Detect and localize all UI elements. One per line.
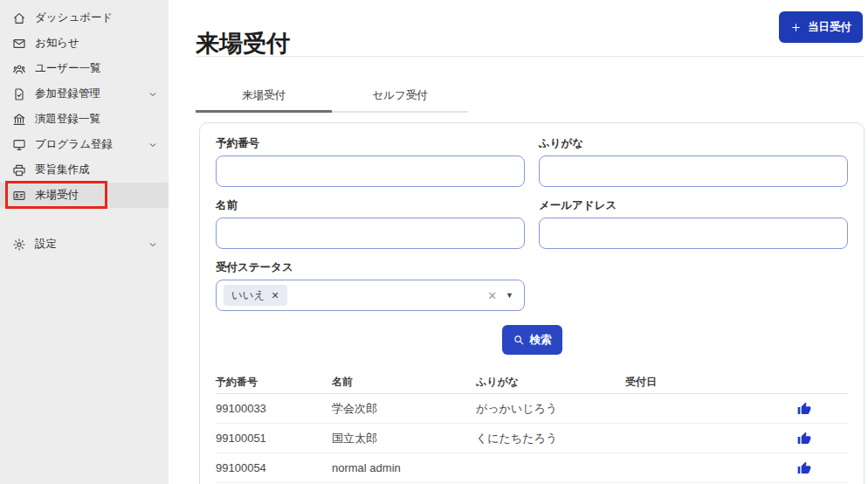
plus-icon: [790, 22, 802, 33]
cell-name: 国立太郎: [332, 431, 476, 446]
gear-icon: [12, 238, 26, 252]
cell-action: [761, 432, 848, 446]
reservation-number-label: 予約番号: [216, 137, 525, 150]
tab-self-reception[interactable]: セルフ受付: [332, 88, 468, 113]
printer-icon: [12, 163, 26, 177]
select-clear-icon[interactable]: ✕: [487, 290, 497, 301]
sidebar-item-label: ダッシュボード: [35, 10, 113, 25]
cell-furigana: がっかいじろう: [476, 401, 625, 417]
reception-card-icon: [12, 189, 26, 203]
bank-icon: [12, 113, 26, 127]
column-header-reservation-no: 予約番号: [216, 375, 332, 390]
results-table: 予約番号 名前 ふりがな 受付日 99100033 学会次郎 がっかいじろう: [216, 372, 848, 483]
reception-status-select[interactable]: いいえ ✕ ✕ ▼: [216, 280, 525, 311]
chevron-down-icon[interactable]: [148, 239, 158, 250]
cell-action: [761, 461, 848, 475]
status-chip: いいえ ✕: [224, 285, 287, 306]
email-label: メールアドレス: [539, 199, 848, 212]
table-header-row: 予約番号 名前 ふりがな 受付日: [216, 372, 848, 394]
name-input[interactable]: [216, 218, 525, 249]
email-input[interactable]: [539, 218, 848, 249]
reservation-number-field: 予約番号: [216, 137, 525, 187]
main-content: 来場受付 当日受付 来場受付 セルフ受付 予約番号 ふりがな 名前 メールアドレ…: [169, 0, 868, 484]
filter-card: 予約番号 ふりがな 名前 メールアドレス 受付ステータス いいえ: [199, 122, 865, 484]
sidebar-item-visitor-reception[interactable]: 来場受付: [0, 183, 169, 208]
cell-reservation-no: 99100051: [216, 432, 332, 445]
filter-form: 予約番号 ふりがな 名前 メールアドレス 受付ステータス いいえ: [216, 137, 848, 311]
furigana-input[interactable]: [539, 156, 848, 187]
sidebar-item-registration-management[interactable]: 参加登録管理: [0, 81, 169, 107]
table-row[interactable]: 99100033 学会次郎 がっかいじろう: [216, 394, 848, 424]
thumb-up-icon: [797, 402, 811, 416]
table-row[interactable]: 99100051 国立太郎 くにたちたろう: [216, 424, 848, 453]
cell-name: normal admin: [332, 461, 476, 474]
thumb-up-icon: [797, 461, 811, 475]
sidebar-item-label: プログラム登録: [35, 137, 113, 152]
cell-reservation-no: 99100054: [216, 461, 332, 474]
cell-action: [761, 402, 848, 416]
same-day-reception-button[interactable]: 当日受付: [779, 11, 863, 43]
sidebar-item-program-registration[interactable]: プログラム登録: [0, 132, 169, 157]
sidebar-item-label: ユーザー一覧: [35, 61, 101, 76]
sidebar-item-presentation-list[interactable]: 演題登録一覧: [0, 107, 169, 132]
sidebar-item-settings[interactable]: 設定: [0, 232, 169, 257]
check-in-thumb-button[interactable]: [797, 461, 811, 475]
select-caret-icon[interactable]: ▼: [504, 292, 513, 300]
chevron-down-icon[interactable]: [148, 140, 158, 150]
search-icon: [513, 334, 525, 346]
thumb-up-icon: [797, 432, 811, 446]
search-row: 検索: [216, 325, 848, 355]
tab-visitor-reception[interactable]: 来場受付: [196, 88, 332, 113]
form-grid-spacer: [539, 261, 848, 311]
status-chip-label: いいえ: [231, 288, 265, 303]
column-header-furigana: ふりがな: [476, 375, 625, 390]
column-header-name: 名前: [332, 375, 476, 390]
home-icon: [12, 11, 26, 25]
tab-bar: 来場受付 セルフ受付: [196, 88, 468, 113]
check-in-thumb-button[interactable]: [797, 402, 811, 416]
sidebar-item-users[interactable]: ユーザー一覧: [0, 56, 169, 81]
document-check-icon: [12, 87, 26, 101]
users-icon: [12, 62, 26, 76]
sidebar-item-dashboard[interactable]: ダッシュボード: [0, 5, 169, 31]
sidebar-item-label: 演題登録一覧: [35, 112, 100, 127]
sidebar-item-label: 設定: [35, 237, 57, 252]
cell-reservation-no: 99100033: [216, 402, 332, 415]
monitor-icon: [12, 138, 26, 152]
header-divider: [196, 56, 865, 57]
reservation-number-input[interactable]: [216, 156, 525, 187]
table-row[interactable]: 99100054 normal admin: [216, 453, 848, 483]
column-header-reception-date: 受付日: [625, 375, 761, 390]
sidebar-item-abstract-creation[interactable]: 要旨集作成: [0, 157, 169, 183]
page-title: 来場受付: [196, 28, 290, 59]
sidebar-item-label: 来場受付: [35, 188, 79, 203]
check-in-thumb-button[interactable]: [797, 432, 811, 446]
name-label: 名前: [216, 199, 525, 212]
chevron-down-icon[interactable]: [148, 89, 158, 100]
sidebar-item-label: 参加登録管理: [35, 86, 100, 101]
search-button[interactable]: 検索: [502, 325, 562, 355]
sidebar-item-label: お知らせ: [35, 36, 79, 51]
email-field: メールアドレス: [539, 199, 848, 249]
cell-name: 学会次郎: [332, 401, 476, 417]
sidebar-item-news[interactable]: お知らせ: [0, 31, 169, 56]
chip-remove-icon[interactable]: ✕: [271, 291, 279, 301]
sidebar: ダッシュボード お知らせ ユーザー一覧 参加登録管理 演題登録一覧 プログラム登…: [0, 0, 169, 484]
furigana-label: ふりがな: [539, 137, 848, 150]
cell-furigana: くにたちたろう: [476, 431, 625, 446]
sidebar-item-label: 要旨集作成: [35, 162, 90, 177]
reception-status-label: 受付ステータス: [216, 261, 525, 274]
furigana-field: ふりがな: [539, 137, 848, 187]
mail-icon: [12, 37, 26, 51]
name-field: 名前: [216, 199, 525, 249]
reception-status-field: 受付ステータス いいえ ✕ ✕ ▼: [216, 261, 525, 311]
